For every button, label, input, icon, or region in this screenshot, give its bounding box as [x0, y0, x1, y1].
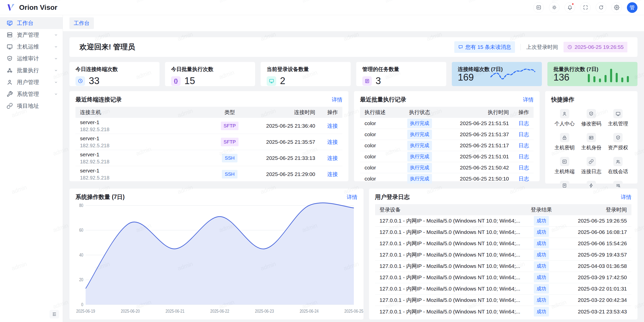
quick-action[interactable]: 主机终端 [551, 157, 578, 175]
operations-chart-card: 系统操作数量 (7日) 详情 0204060802025-06-192025-0… [69, 189, 364, 319]
monitor-icon [7, 44, 13, 50]
quick-action[interactable]: 主机管理 [605, 109, 631, 127]
sidebar-item-4[interactable]: 批量执行 [0, 64, 63, 76]
result-badge: 成功 [534, 273, 549, 282]
sidebar-item-3[interactable]: 运维审计 [0, 53, 63, 64]
sidebar-item-5[interactable]: 用户管理 [0, 76, 63, 88]
asset-icon [7, 32, 13, 38]
login-time: 2025-03-22 00:42:34 [559, 297, 627, 303]
svg-text:2025-06-25: 2025-06-25 [344, 308, 363, 314]
theme-icon[interactable] [549, 2, 559, 13]
quick-action[interactable]: 资产授权 [605, 133, 631, 151]
chevron-down-icon[interactable] [54, 45, 58, 49]
terminal-records-card: 最近终端连接记录 详情 连接主机类型连接时间操作 server-1182.92.… [69, 91, 348, 181]
app-logo-icon [7, 3, 16, 12]
login-time: 2025-03-22 01:01:31 [559, 286, 627, 292]
terminal-table-body: server-1182.92.5.218SFTP2025-06-25 21:36… [75, 118, 342, 182]
result-badge: 成功 [534, 227, 549, 237]
refresh-icon[interactable] [596, 2, 606, 13]
log-link[interactable]: 日志 [518, 165, 529, 170]
settings-icon [614, 5, 619, 10]
chevron-down-icon[interactable] [54, 80, 58, 84]
sidebar-item-label: 主机运维 [17, 43, 39, 51]
batch-icon [7, 67, 13, 74]
user-avatar[interactable]: 管 [627, 2, 637, 13]
quick-action[interactable]: 主机身份 [578, 133, 605, 151]
batch-records-detail-link[interactable]: 详情 [523, 96, 534, 103]
connect-link[interactable]: 连接 [327, 123, 338, 129]
status-badge: 执行完成 [407, 119, 432, 128]
chevron-down-icon[interactable] [54, 56, 58, 61]
login-logs-card: 用户登录日志 详情 登录设备登录结果登录时间 127.0.0.1 - 内网IP … [369, 189, 637, 319]
table-row: server-1182.92.5.218SSH2025-06-25 21:29:… [75, 166, 342, 182]
breadcrumb[interactable]: 工作台 [69, 17, 94, 29]
monitor-icon [267, 76, 276, 86]
shield-check-icon [587, 109, 596, 118]
connect-link[interactable]: 连接 [327, 139, 338, 145]
sidebar-item-0[interactable]: 工作台 [0, 17, 63, 29]
last-login-badge: 2025-06-25 19:26:55 [564, 42, 627, 52]
chevron-down-icon[interactable] [54, 33, 58, 37]
login-device: 127.0.0.1 - 内网IP - Mozilla/5.0 (Windows … [380, 240, 524, 247]
fullscreen-icon [583, 5, 588, 10]
connect-link[interactable]: 连接 [327, 155, 338, 161]
sidebar-item-2[interactable]: 主机运维 [0, 41, 63, 53]
table-row: color执行完成2025-06-25 21:51:17日志 [360, 140, 534, 151]
connect-link[interactable]: 连接 [327, 171, 338, 177]
status-badge: 执行完成 [407, 130, 432, 139]
login-time: 2025-06-25 19:26:55 [559, 218, 627, 224]
quick-action[interactable]: 修改密码 [578, 109, 605, 127]
operations-area-chart: 0204060802025-06-192025-06-202025-06-212… [75, 202, 357, 316]
sidebar-item-label: 资产管理 [17, 31, 39, 39]
login-device: 127.0.0.1 - 内网IP - Mozilla/5.0 (Windows … [380, 297, 524, 304]
log-link[interactable]: 日志 [518, 142, 529, 148]
quick-action[interactable]: 连接日志 [578, 157, 605, 175]
result-badge: 成功 [534, 239, 549, 248]
exec-description: color [365, 165, 401, 171]
table-row: 127.0.0.1 - 内网IP - Mozilla/5.0 (Windows … [375, 295, 631, 306]
sidebar-item-1[interactable]: 资产管理 [0, 29, 63, 41]
settings-icon[interactable] [611, 2, 622, 13]
code-square-icon[interactable] [533, 2, 544, 13]
host-name: server-1 [80, 168, 215, 174]
unread-messages-badge[interactable]: 您有 15 条未读消息 [454, 41, 515, 53]
clock-icon [567, 45, 572, 50]
id-card-icon [587, 133, 596, 142]
connect-time: 2025-06-25 21:29:00 [245, 171, 315, 177]
chevron-down-icon[interactable] [54, 92, 58, 96]
quick-action[interactable]: 个人中心 [551, 109, 578, 127]
status-badge: 执行完成 [407, 174, 432, 184]
stat-card-2: 当前登录设备数量2 [261, 62, 351, 86]
host-name: server-1 [80, 135, 215, 141]
sidebar-item-6[interactable]: 系统管理 [0, 88, 63, 100]
terminal-records-detail-link[interactable]: 详情 [332, 96, 342, 103]
result-badge: 成功 [534, 216, 549, 226]
fullscreen-icon[interactable] [580, 2, 591, 13]
log-link[interactable]: 日志 [518, 154, 529, 159]
login-logs-detail-link[interactable]: 详情 [621, 194, 631, 201]
host-name: server-1 [80, 119, 215, 125]
log-link[interactable]: 日志 [518, 176, 529, 182]
sidebar-item-label: 工作台 [17, 19, 33, 27]
sidebar-item-7[interactable]: 项目地址 [0, 100, 63, 112]
chevron-down-icon[interactable] [54, 68, 58, 73]
stat-card-3: 管理的任务数量3 [356, 62, 446, 86]
batch-records-title: 最近批量执行记录 [360, 96, 406, 103]
table-row: 127.0.0.1 - 内网IP - Mozilla/5.0 (Windows … [375, 249, 631, 261]
notifications-icon[interactable] [565, 2, 575, 13]
quick-action-label: 主机终端 [554, 168, 575, 175]
batch-records-card: 最近批量执行记录 详情 执行描述执行状态执行时间操作 color执行完成2025… [354, 91, 540, 181]
operations-chart-detail-link[interactable]: 详情 [347, 194, 357, 201]
quick-action[interactable]: 在线会话 [605, 157, 631, 175]
monitor-icon [613, 109, 623, 118]
login-table-header: 登录设备登录结果登录时间 [375, 204, 631, 215]
welcome-banner: 欢迎回来! 管理员 您有 15 条未读消息 上次登录时间 2025-06-25 … [69, 37, 637, 57]
sidebar-collapse-button[interactable] [50, 310, 59, 318]
quick-action[interactable]: 主机密钥 [551, 133, 578, 151]
message-icon [458, 45, 463, 50]
protocol-tag: SSH [222, 154, 237, 162]
log-link[interactable]: 日志 [518, 131, 529, 137]
log-link[interactable]: 日志 [518, 120, 529, 126]
clock-icon [75, 76, 85, 86]
app-header: Orion Visor 管 [0, 0, 644, 15]
